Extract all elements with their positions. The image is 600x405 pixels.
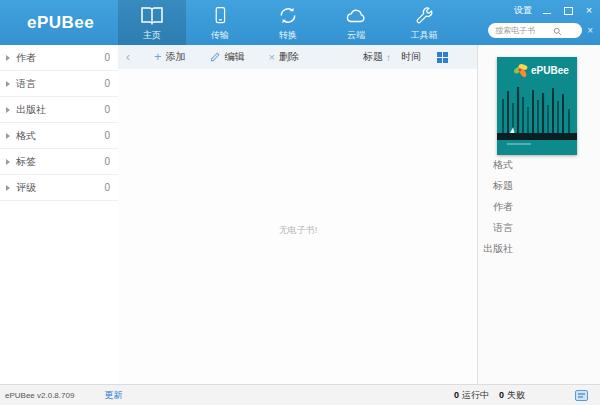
sort-by-title-button[interactable]: 标题 ↑	[363, 50, 391, 64]
add-button[interactable]: + 添加	[154, 50, 186, 64]
sidebar-item-count: 0	[104, 78, 110, 89]
sort-ascending-icon: ↑	[386, 52, 391, 63]
sidebar-item-format[interactable]: 格式 0	[0, 123, 118, 149]
nav-tab-home-label: 主页	[143, 31, 161, 40]
search-area: ×	[488, 23, 593, 38]
header-bar: ePUBee 主页 传输 转换	[0, 0, 600, 45]
expand-triangle-icon	[6, 107, 10, 113]
sidebar-item-tags[interactable]: 标签 0	[0, 149, 118, 175]
field-label-publisher: 出版社	[478, 238, 513, 259]
edit-button-label: 编辑	[225, 50, 245, 64]
status-bar: ePUBee v2.0.8.709 更新 0 运行中 0 失败	[0, 384, 600, 405]
sidebar-item-publisher[interactable]: 出版社 0	[0, 97, 118, 123]
pencil-icon	[210, 51, 221, 64]
home-book-icon	[140, 6, 164, 29]
epubee-window: ePUBee 主页 传输 转换	[0, 0, 600, 405]
running-label: 运行中	[462, 389, 489, 402]
running-count: 0	[454, 390, 459, 400]
sidebar-item-label: 出版社	[16, 103, 104, 117]
field-label-title: 标题	[478, 175, 513, 196]
nav-tab-transfer-label: 传输	[211, 31, 229, 40]
back-chevron-icon[interactable]: ‹	[126, 50, 130, 64]
grid-square	[437, 52, 442, 57]
failed-count: 0	[499, 390, 504, 400]
expand-triangle-icon	[6, 159, 10, 165]
maximize-icon	[564, 7, 573, 15]
grid-view-icon[interactable]	[437, 52, 448, 63]
window-controls: 设置 ×	[514, 4, 595, 17]
field-label-language: 语言	[478, 217, 513, 238]
sidebar-item-label: 作者	[16, 51, 104, 65]
sort-title-label: 标题	[363, 50, 383, 64]
field-label-author: 作者	[478, 196, 513, 217]
edit-button[interactable]: 编辑	[210, 50, 245, 64]
nav-tab-cloud-label: 云端	[347, 31, 365, 40]
sidebar-item-label: 标签	[16, 155, 104, 169]
nav-tab-toolbox-label: 工具箱	[411, 31, 438, 40]
sidebar-item-count: 0	[104, 52, 110, 63]
failed-label: 失败	[507, 389, 525, 402]
close-button[interactable]: ×	[583, 5, 595, 16]
delete-button-label: 删除	[279, 50, 299, 64]
toolbox-wrench-icon	[414, 6, 434, 29]
sidebar-item-label: 格式	[16, 129, 104, 143]
search-box[interactable]	[488, 23, 582, 38]
book-detail-panel: ePUBee	[477, 45, 600, 385]
cover-band	[497, 133, 577, 140]
sort-controls: 标题 ↑ 时间	[363, 50, 448, 64]
sidebar-item-author[interactable]: 作者 0	[0, 45, 118, 71]
book-cover-placeholder[interactable]: ePUBee	[497, 57, 577, 155]
delete-x-icon: ×	[269, 52, 275, 62]
sidebar-item-label: 语言	[16, 77, 104, 91]
update-link[interactable]: 更新	[104, 389, 122, 402]
nav-tab-convert[interactable]: 转换	[254, 0, 322, 45]
task-panel-icon[interactable]	[575, 390, 588, 401]
app-logo: ePUBee	[27, 13, 94, 33]
search-input[interactable]	[495, 26, 553, 35]
cloud-icon	[345, 6, 367, 29]
grid-square	[443, 58, 448, 63]
book-list-area[interactable]: 无电子书!	[118, 69, 478, 385]
settings-button[interactable]: 设置	[514, 4, 532, 17]
task-status: 0 运行中 0 失败	[454, 389, 588, 402]
nav-tab-home[interactable]: 主页	[118, 0, 186, 45]
empty-library-message: 无电子书!	[279, 224, 318, 237]
search-icon[interactable]	[553, 22, 562, 40]
main-nav: 主页 传输 转换 云端	[118, 0, 458, 45]
search-clear-icon[interactable]: ×	[587, 25, 593, 36]
expand-triangle-icon	[6, 185, 10, 191]
delete-button[interactable]: × 删除	[269, 50, 299, 64]
sort-by-time-button[interactable]: 时间	[401, 50, 421, 64]
grid-square	[437, 58, 442, 63]
convert-refresh-icon	[278, 6, 298, 29]
plus-icon: +	[154, 52, 162, 62]
expand-triangle-icon	[6, 55, 10, 61]
nav-tab-cloud[interactable]: 云端	[322, 0, 390, 45]
field-label-format: 格式	[478, 154, 513, 175]
sidebar-item-count: 0	[104, 130, 110, 141]
nav-tab-transfer[interactable]: 传输	[186, 0, 254, 45]
sidebar-item-count: 0	[104, 182, 110, 193]
version-text: ePUBee v2.0.8.709	[5, 391, 74, 400]
transfer-phone-icon	[210, 6, 230, 29]
sidebar-item-language[interactable]: 语言 0	[0, 71, 118, 97]
nav-tab-convert-label: 转换	[279, 31, 297, 40]
nav-tab-toolbox[interactable]: 工具箱	[390, 0, 458, 45]
maximize-button[interactable]	[562, 5, 574, 16]
library-toolbar: ‹ + 添加 编辑 × 删除 标题 ↑ 时间	[118, 45, 478, 70]
minimize-icon	[543, 13, 551, 14]
sidebar-item-count: 0	[104, 104, 110, 115]
filter-sidebar: 作者 0 语言 0 出版社 0 格式 0 标签 0 评级 0	[0, 45, 119, 385]
metadata-field-labels: 格式 标题 作者 语言 出版社	[478, 154, 513, 259]
expand-triangle-icon	[6, 81, 10, 87]
cover-title-text: ePUBee	[531, 65, 569, 76]
sidebar-item-rating[interactable]: 评级 0	[0, 175, 118, 201]
add-button-label: 添加	[166, 50, 186, 64]
sidebar-item-count: 0	[104, 156, 110, 167]
minimize-button[interactable]	[541, 5, 553, 16]
expand-triangle-icon	[6, 133, 10, 139]
sidebar-item-label: 评级	[16, 181, 104, 195]
grid-square	[443, 52, 448, 57]
